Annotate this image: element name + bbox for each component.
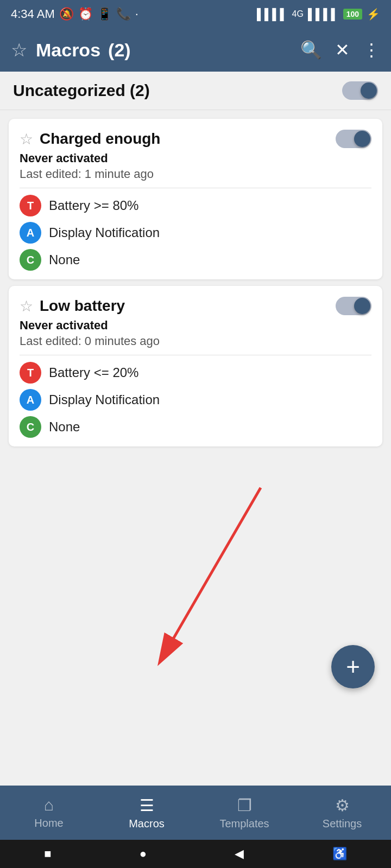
trigger-item-1: T Battery >= 80% bbox=[20, 195, 371, 216]
card-divider-2 bbox=[20, 355, 371, 355]
constraint-label-2: None bbox=[49, 419, 80, 435]
nav-label-home: Home bbox=[34, 817, 63, 829]
card-star-icon-2[interactable]: ☆ bbox=[20, 297, 33, 315]
android-nav-bar: ■ ● ◀ ♿ bbox=[0, 840, 391, 868]
nav-label-templates: Templates bbox=[219, 818, 269, 830]
action-badge-1: A bbox=[20, 222, 41, 244]
macro-card-low-battery[interactable]: ☆ Low battery Never activated Last edite… bbox=[9, 286, 382, 446]
action-item-1: A Display Notification bbox=[20, 222, 371, 244]
action-label-2: Display Notification bbox=[49, 392, 160, 407]
app-bar-title: Macros (2) bbox=[36, 40, 292, 61]
macro-never-activated-2: Never activated bbox=[20, 318, 371, 333]
nav-item-macros[interactable]: ☰ Macros bbox=[98, 790, 195, 835]
fab-plus-icon: + bbox=[346, 653, 360, 680]
nav-label-macros: Macros bbox=[129, 818, 165, 830]
app-bar-actions: 🔍 ✕ ⋮ bbox=[300, 40, 380, 60]
constraint-badge-1: C bbox=[20, 249, 41, 271]
favorite-icon[interactable]: ☆ bbox=[11, 39, 27, 61]
trigger-badge-1: T bbox=[20, 195, 41, 216]
section-toggle[interactable] bbox=[342, 81, 378, 100]
macro-card-charged-enough[interactable]: ☆ Charged enough Never activated Last ed… bbox=[9, 119, 382, 279]
macros-list: ☆ Charged enough Never activated Last ed… bbox=[0, 110, 391, 455]
trigger-label-2: Battery <= 20% bbox=[49, 365, 138, 380]
nav-spacer bbox=[0, 705, 391, 787]
status-time: 4:34 AM bbox=[11, 7, 55, 21]
nav-label-settings: Settings bbox=[323, 818, 362, 830]
trigger-label-1: Battery >= 80% bbox=[49, 198, 138, 213]
status-right: ▌▌▌▌ 4G ▌▌▌▌ 100 ⚡ bbox=[257, 8, 380, 21]
macro-toggle-2[interactable] bbox=[336, 297, 371, 315]
settings-icon: ⚙ bbox=[335, 796, 350, 815]
dot-icon: · bbox=[135, 7, 138, 21]
usb-icon: 📱 bbox=[97, 7, 112, 21]
phone-icon: 📞 bbox=[116, 7, 131, 21]
card-items-2: T Battery <= 20% A Display Notification … bbox=[20, 362, 371, 438]
card-star-icon[interactable]: ☆ bbox=[20, 130, 33, 148]
card-title-row-2: ☆ Low battery bbox=[20, 297, 125, 315]
status-bar: 4:34 AM 🔕 ⏰ 📱 📞 · ▌▌▌▌ 4G ▌▌▌▌ 100 ⚡ bbox=[0, 0, 391, 28]
macro-title: Charged enough bbox=[40, 130, 160, 148]
toggle-knob bbox=[361, 82, 377, 99]
lte-label: 4G bbox=[292, 9, 304, 19]
macro-last-edited-1: Last edited: 1 minute ago bbox=[20, 167, 371, 181]
app-count: (2) bbox=[108, 40, 131, 61]
section-header: Uncategorized (2) bbox=[0, 72, 391, 110]
search-icon[interactable]: 🔍 bbox=[300, 40, 322, 60]
home-icon: ⌂ bbox=[44, 796, 54, 814]
more-options-icon[interactable]: ⋮ bbox=[363, 40, 380, 60]
toggle-knob-1 bbox=[354, 131, 370, 147]
signal2-icon: ▌▌▌▌ bbox=[308, 8, 339, 21]
charging-icon: ⚡ bbox=[367, 8, 380, 21]
macro-title-2: Low battery bbox=[40, 297, 125, 315]
toggle-knob-2 bbox=[354, 298, 370, 314]
app-title: Macros bbox=[36, 40, 100, 61]
card-header: ☆ Charged enough bbox=[20, 130, 371, 148]
action-badge-2: A bbox=[20, 389, 41, 411]
nav-item-templates[interactable]: ❐ Templates bbox=[195, 790, 293, 835]
constraint-badge-2: C bbox=[20, 416, 41, 438]
macro-toggle-1[interactable] bbox=[336, 130, 371, 148]
constraint-item-1: C None bbox=[20, 249, 371, 271]
svg-line-1 bbox=[160, 488, 261, 661]
close-icon[interactable]: ✕ bbox=[335, 40, 350, 60]
bottom-nav: ⌂ Home ☰ Macros ❐ Templates ⚙ Settings bbox=[0, 786, 391, 840]
card-header-2: ☆ Low battery bbox=[20, 297, 371, 315]
empty-content-area: + bbox=[0, 455, 391, 705]
templates-icon: ❐ bbox=[237, 796, 252, 815]
home-button[interactable]: ● bbox=[140, 847, 147, 861]
recent-apps-button[interactable]: ■ bbox=[44, 847, 51, 861]
macro-never-activated-1: Never activated bbox=[20, 151, 371, 165]
signal-icon: ▌▌▌▌ bbox=[257, 8, 288, 21]
card-title-row: ☆ Charged enough bbox=[20, 130, 160, 148]
nav-item-home[interactable]: ⌂ Home bbox=[0, 790, 98, 835]
status-left: 4:34 AM 🔕 ⏰ 📱 📞 · bbox=[11, 7, 138, 21]
macro-last-edited-2: Last edited: 0 minutes ago bbox=[20, 334, 371, 348]
trigger-item-2: T Battery <= 20% bbox=[20, 362, 371, 384]
trigger-badge-2: T bbox=[20, 362, 41, 384]
card-divider-1 bbox=[20, 188, 371, 188]
constraint-item-2: C None bbox=[20, 416, 371, 438]
section-title: Uncategorized (2) bbox=[13, 81, 150, 100]
accessibility-button[interactable]: ♿ bbox=[332, 847, 347, 861]
nav-item-settings[interactable]: ⚙ Settings bbox=[293, 790, 391, 835]
constraint-label-1: None bbox=[49, 252, 80, 267]
macros-icon: ☰ bbox=[140, 796, 154, 815]
back-button[interactable]: ◀ bbox=[235, 847, 244, 861]
mute-icon: 🔕 bbox=[59, 7, 74, 21]
battery-indicator: 100 bbox=[343, 9, 362, 20]
action-item-2: A Display Notification bbox=[20, 389, 371, 411]
app-bar: ☆ Macros (2) 🔍 ✕ ⋮ bbox=[0, 28, 391, 72]
action-label-1: Display Notification bbox=[49, 225, 160, 240]
fab-add-button[interactable]: + bbox=[331, 645, 375, 688]
alarm-icon: ⏰ bbox=[78, 7, 93, 21]
card-items-1: T Battery >= 80% A Display Notification … bbox=[20, 195, 371, 271]
